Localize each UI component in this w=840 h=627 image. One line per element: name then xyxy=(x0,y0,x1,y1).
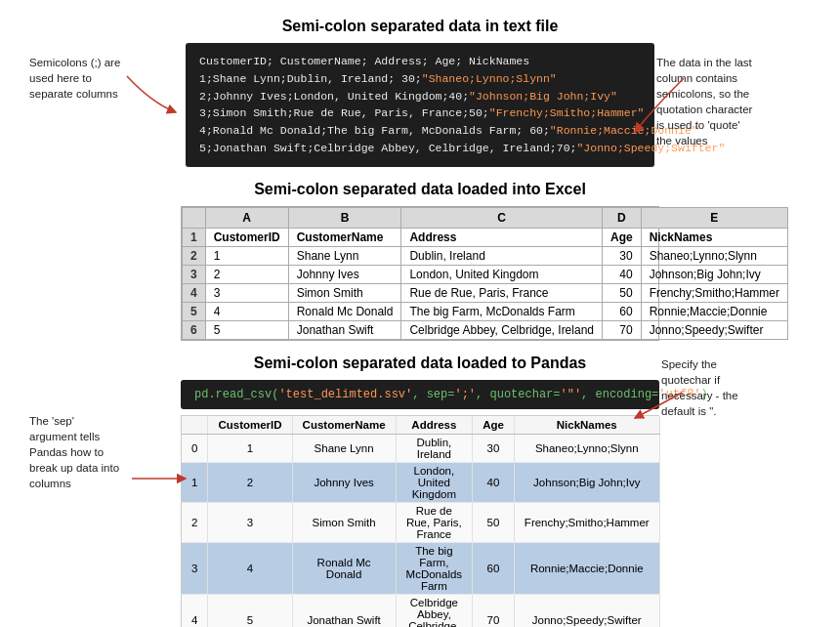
code-block-1: CustomerID; CustomerName; Address; Age; … xyxy=(186,43,654,167)
pandas-cell-0-4: 30 xyxy=(473,434,515,462)
excel-cell-2-2: London, United Kingdom xyxy=(401,265,603,283)
pandas-cell-3-3: The big Farm, McDonalds Farm xyxy=(396,542,473,594)
excel-row-0: 1CustomerIDCustomerNameAddressAgeNickNam… xyxy=(183,228,788,246)
pandas-row-4: 45Jonathan SwiftCelbridge Abbey, Celbrid… xyxy=(182,594,659,627)
excel-rownum-0: 1 xyxy=(183,228,206,246)
section2: Semi-colon separated data loaded into Ex… xyxy=(20,181,820,341)
excel-cell-2-3: 40 xyxy=(602,265,641,283)
excel-cell-3-3: 50 xyxy=(602,283,641,302)
excel-cell-0-4: NickNames xyxy=(641,228,787,246)
pandas-cell-2-0: 2 xyxy=(182,502,208,542)
pandas-row-1: 12Johnny IvesLondon, United Kingdom40Joh… xyxy=(182,462,659,502)
excel-cell-0-3: Age xyxy=(602,228,641,246)
code-line-2: 2;Johnny Ives;London, United Kingdom;40;… xyxy=(199,90,617,103)
pandas-cell-2-5: Frenchy;Smitho;Hammer xyxy=(514,502,659,542)
excel-cell-1-0: 1 xyxy=(205,246,288,265)
pandas-cell-3-5: Ronnie;Maccie;Donnie xyxy=(514,542,659,594)
annotation-sep: The 'sep'argument tellsPandas how tobrea… xyxy=(29,413,142,491)
pandas-col-nicknames: NickNames xyxy=(514,416,659,435)
pandas-cell-2-3: Rue de Rue, Paris, France xyxy=(396,502,473,542)
excel-cell-1-3: 30 xyxy=(602,246,641,265)
pandas-cell-4-3: Celbridge Abbey, Celbridge, Ireland xyxy=(396,594,473,627)
excel-col-e: E xyxy=(641,207,787,228)
excel-rownum-2: 3 xyxy=(183,265,206,283)
excel-row-2: 32Johnny IvesLondon, United Kingdom40Joh… xyxy=(183,265,788,283)
pandas-cell-0-0: 0 xyxy=(182,434,208,462)
pandas-row-0: 01Shane LynnDublin, Ireland30Shaneo;Lynn… xyxy=(182,434,659,462)
excel-cell-1-4: Shaneo;Lynno;Slynn xyxy=(641,246,787,265)
excel-cell-5-4: Jonno;Speedy;Swifter xyxy=(641,320,787,339)
pandas-cell-1-1: 2 xyxy=(208,462,292,502)
excel-row-1: 21Shane LynnDublin, Ireland30Shaneo;Lynn… xyxy=(183,246,788,265)
excel-cell-5-1: Jonathan Swift xyxy=(288,320,401,339)
pandas-cell-3-2: Ronald Mc Donald xyxy=(292,542,396,594)
pandas-cell-3-0: 3 xyxy=(182,542,208,594)
code-line-0: CustomerID; CustomerName; Address; Age; … xyxy=(199,55,529,67)
pandas-cell-0-5: Shaneo;Lynno;Slynn xyxy=(514,434,659,462)
pandas-col-header-row: CustomerID CustomerName Address Age Nick… xyxy=(182,416,659,435)
excel-cell-0-2: Address xyxy=(401,228,603,246)
pandas-cell-3-4: 60 xyxy=(473,542,515,594)
excel-col-c: C xyxy=(401,207,603,228)
pandas-cell-1-2: Johnny Ives xyxy=(292,462,396,502)
excel-cell-1-2: Dublin, Ireland xyxy=(401,246,603,265)
excel-row-3: 43Simon SmithRue de Rue, Paris, France50… xyxy=(183,283,788,302)
excel-col-header-row: A B C D E xyxy=(183,207,788,228)
excel-cell-3-4: Frenchy;Smitho;Hammer xyxy=(641,283,787,302)
excel-cell-2-1: Johnny Ives xyxy=(288,265,401,283)
pandas-cell-2-4: 50 xyxy=(473,502,515,542)
code-line-4: 4;Ronald Mc Donald;The big Farm, McDonal… xyxy=(199,124,698,137)
code-line-5: 5;Jonathan Swift;Celbridge Abbey, Celbri… xyxy=(199,142,725,154)
excel-col-b: B xyxy=(288,207,401,228)
pandas-cell-0-2: Shane Lynn xyxy=(292,434,396,462)
pandas-cell-0-3: Dublin, Ireland xyxy=(396,434,473,462)
pandas-row-2: 23Simon SmithRue de Rue, Paris, France50… xyxy=(182,502,659,542)
excel-cell-5-0: 5 xyxy=(205,320,288,339)
annotation-semicolons: Semicolons (;) areused here toseparate c… xyxy=(29,55,147,102)
excel-cell-5-3: 70 xyxy=(602,320,641,339)
pandas-cell-4-0: 4 xyxy=(182,594,208,627)
excel-cell-3-2: Rue de Rue, Paris, France xyxy=(401,283,603,302)
excel-cell-4-3: 60 xyxy=(602,302,641,320)
section1-title: Semi-colon separated data in text file xyxy=(20,18,820,35)
pandas-col-address: Address xyxy=(396,416,473,435)
excel-cell-4-2: The big Farm, McDonalds Farm xyxy=(401,302,603,320)
pandas-table: CustomerID CustomerName Address Age Nick… xyxy=(182,416,660,627)
pandas-cell-1-5: Johnson;Big John;Ivy xyxy=(514,462,659,502)
excel-rownum-5: 6 xyxy=(183,320,206,339)
pandas-table-wrapper: CustomerID CustomerName Address Age Nick… xyxy=(181,415,659,627)
excel-rownum-3: 4 xyxy=(183,283,206,302)
pandas-col-index xyxy=(182,416,208,435)
excel-cell-1-1: Shane Lynn xyxy=(288,246,401,265)
excel-cell-0-0: CustomerID xyxy=(205,228,288,246)
excel-row-4: 54Ronald Mc DonaldThe big Farm, McDonald… xyxy=(183,302,788,320)
excel-cell-0-1: CustomerName xyxy=(288,228,401,246)
pandas-cell-4-2: Jonathan Swift xyxy=(292,594,396,627)
excel-row-5: 65Jonathan SwiftCelbridge Abbey, Celbrid… xyxy=(183,320,788,339)
pandas-cell-1-0: 1 xyxy=(182,462,208,502)
excel-cell-4-4: Ronnie;Maccie;Donnie xyxy=(641,302,787,320)
pandas-col-customername: CustomerName xyxy=(292,416,396,435)
excel-cell-3-1: Simon Smith xyxy=(288,283,401,302)
excel-table-wrapper: A B C D E 1CustomerIDCustomerNameAddress… xyxy=(181,206,659,341)
pandas-cell-1-3: London, United Kingdom xyxy=(396,462,473,502)
section3: Semi-colon separated data loaded to Pand… xyxy=(20,355,820,627)
excel-cell-3-0: 3 xyxy=(205,283,288,302)
excel-cell-5-2: Celbridge Abbey, Celbridge, Ireland xyxy=(401,320,603,339)
excel-rownum-1: 2 xyxy=(183,246,206,265)
pandas-cell-2-2: Simon Smith xyxy=(292,502,396,542)
excel-col-d: D xyxy=(602,207,641,228)
page: Semi-colon separated data in text file C… xyxy=(0,0,840,627)
section2-title: Semi-colon separated data loaded into Ex… xyxy=(20,181,820,198)
excel-cell-2-0: 2 xyxy=(205,265,288,283)
excel-cell-2-4: Johnson;Big John;Ivy xyxy=(641,265,787,283)
pandas-cell-4-1: 5 xyxy=(208,594,292,627)
excel-col-blank xyxy=(183,207,206,228)
pandas-cell-4-5: Jonno;Speedy;Swifter xyxy=(514,594,659,627)
excel-cell-4-1: Ronald Mc Donald xyxy=(288,302,401,320)
excel-col-a: A xyxy=(205,207,288,228)
excel-cell-4-0: 4 xyxy=(205,302,288,320)
pandas-cell-2-1: 3 xyxy=(208,502,292,542)
excel-table: A B C D E 1CustomerIDCustomerNameAddress… xyxy=(182,207,788,340)
code-line-3: 3;Simon Smith;Rue de Rue, Paris, France;… xyxy=(199,106,644,119)
